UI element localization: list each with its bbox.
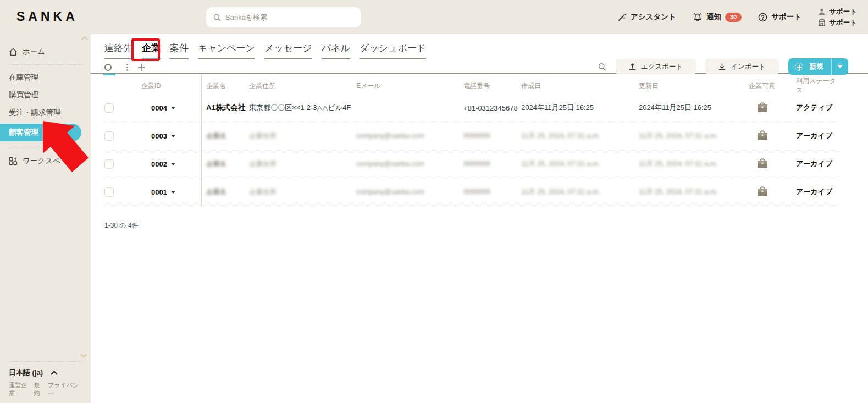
col-header-photo[interactable]: 企業写真 — [745, 79, 796, 91]
sidebar-nav: ホーム 在庫管理 購買管理 受注・請求管理 顧客管理 ワークスペ 日本語 (ja… — [0, 34, 91, 403]
language-selector[interactable]: 日本語 (ja) — [0, 366, 91, 380]
assistant-button[interactable]: アシスタント — [617, 12, 676, 22]
account-user-label: サポート — [829, 7, 857, 16]
sidebar-item-inventory[interactable]: 在庫管理 — [0, 69, 91, 86]
cell-company-id[interactable]: 0001 — [126, 188, 201, 196]
sidebar-item-orders-billing[interactable]: 受注・請求管理 — [0, 104, 91, 122]
search-input[interactable] — [225, 13, 353, 21]
account-org-row: サポート — [818, 18, 857, 27]
header-actions: アシスタント 通知 30 サポート — [617, 0, 857, 34]
sidebar-item-home[interactable]: ホーム — [0, 43, 91, 60]
row-checkbox[interactable] — [104, 187, 114, 197]
import-button[interactable]: インポート — [705, 59, 779, 74]
tab-companies[interactable]: 企業 — [142, 42, 161, 59]
view-tab-circle[interactable] — [104, 64, 117, 71]
link-privacy[interactable]: プライバシー — [48, 381, 82, 398]
col-header-status[interactable]: 利用ステータス — [796, 74, 838, 95]
col-header-updated[interactable]: 更新日 — [639, 79, 745, 91]
tab-deals[interactable]: 案件 — [170, 42, 189, 59]
cell-photo — [745, 186, 796, 197]
import-icon — [718, 63, 726, 70]
support-button[interactable]: サポート — [758, 12, 801, 22]
row-expand-caret-icon[interactable] — [171, 107, 175, 109]
col-header-company-name[interactable]: 企業名 — [201, 79, 249, 91]
export-label: エクスポート — [641, 62, 683, 71]
link-terms[interactable]: 規約 — [34, 381, 45, 398]
cell-updated: 2024年11月25日 16:25 — [639, 103, 745, 113]
col-header-company-id[interactable]: 企業ID — [126, 79, 201, 91]
cell-status: アクティブ — [796, 103, 838, 113]
header-checkbox-spacer — [104, 84, 126, 86]
sidebar-divider — [8, 361, 83, 362]
table-row: 0002 企業名 企業住所 company@sanka.com 9999999 … — [104, 150, 838, 178]
bell-icon — [693, 13, 703, 22]
col-header-phone[interactable]: 電話番号 — [463, 79, 521, 91]
sidebar-item-label: 受注・請求管理 — [9, 108, 61, 118]
cell-updated: 11月 25, 2024, 07:31 a.m. — [639, 187, 745, 197]
cell-phone: 9999999 — [463, 132, 521, 140]
row-expand-caret-icon[interactable] — [171, 191, 175, 194]
account-org-label: サポート — [829, 18, 857, 27]
cell-updated: 11月 25, 2024, 07:31 a.m. — [639, 131, 745, 141]
table-search-icon[interactable] — [598, 63, 606, 71]
cell-company-id[interactable]: 0004 — [126, 104, 201, 112]
row-checkbox[interactable] — [104, 103, 114, 113]
app-logo: SANKA — [16, 9, 78, 24]
cell-email: company@sanka.com — [356, 132, 463, 140]
notifications-button[interactable]: 通知 30 — [693, 12, 742, 22]
cell-company-id[interactable]: 0003 — [126, 132, 201, 140]
module-tabs: 連絡先 企業 案件 キャンペーン メッセージ パネル ダッシュボード — [104, 42, 426, 59]
cell-address: 企業住所 — [249, 159, 356, 169]
new-record-button[interactable]: 新規 — [788, 58, 848, 75]
organization-icon — [818, 19, 826, 26]
help-icon — [758, 13, 767, 22]
tab-panels[interactable]: パネル — [322, 42, 350, 59]
company-id-value: 0002 — [151, 160, 167, 168]
cell-created: 2024年11月25日 16:25 — [521, 103, 639, 113]
table-actions: エクスポート インポート 新規 — [598, 58, 848, 75]
cell-updated: 11月 25, 2024, 07:31 a.m. — [639, 159, 745, 169]
sidebar-item-purchasing[interactable]: 購買管理 — [0, 86, 91, 104]
cell-company-id[interactable]: 0002 — [126, 160, 201, 168]
tab-campaigns[interactable]: キャンペーン — [198, 42, 255, 59]
view-toolbar: エクスポート インポート 新規 — [91, 62, 868, 74]
cell-status: アーカイブ — [796, 131, 838, 141]
sidebar-item-label: 在庫管理 — [9, 73, 38, 82]
row-checkbox[interactable] — [104, 159, 114, 169]
sidebar-item-customers-active[interactable]: 顧客管理 — [0, 124, 81, 141]
import-label: インポート — [731, 62, 766, 71]
add-view-button[interactable] — [138, 64, 145, 71]
main-content: 連絡先 企業 案件 キャンペーン メッセージ パネル ダッシュボード — [91, 34, 868, 403]
new-record-dropdown[interactable] — [832, 58, 848, 75]
col-header-email[interactable]: Eメール — [356, 79, 463, 91]
export-icon — [629, 63, 636, 70]
tab-messages[interactable]: メッセージ — [264, 42, 312, 59]
cell-company-name[interactable]: A1株式会社 — [201, 103, 249, 113]
sidebar-divider — [8, 64, 83, 65]
assistant-label: アシスタント — [631, 12, 676, 22]
scroll-up-indicator[interactable] — [81, 36, 88, 40]
legal-links: 運営企業 規約 プライバシー — [0, 380, 91, 399]
chevron-up-icon — [51, 371, 58, 375]
briefcase-icon — [756, 102, 769, 113]
account-menu[interactable]: サポート サポート — [818, 7, 857, 27]
global-search[interactable] — [206, 7, 361, 27]
table-row: 0003 企業名 企業住所 company@sanka.com 9999999 … — [104, 122, 838, 150]
row-expand-caret-icon[interactable] — [171, 135, 175, 137]
sidebar-item-workspace[interactable]: ワークスペ — [0, 152, 91, 170]
cell-phone: 9999999 — [463, 188, 521, 196]
export-button[interactable]: エクスポート — [616, 59, 696, 74]
row-expand-caret-icon[interactable] — [171, 163, 175, 165]
tab-contacts[interactable]: 連絡先 — [104, 42, 132, 59]
briefcase-icon — [756, 158, 769, 169]
cell-address: 東京都〇〇区××1-2-3△△ビル4F — [249, 103, 356, 113]
row-checkbox[interactable] — [104, 131, 114, 141]
link-company[interactable]: 運営企業 — [9, 381, 31, 398]
cell-company-name: 企業名 — [201, 187, 249, 197]
col-header-created[interactable]: 作成日 — [521, 79, 639, 91]
user-icon — [818, 8, 826, 15]
tab-dashboard[interactable]: ダッシュボード — [360, 42, 426, 59]
cell-phone: +81-0312345678 — [463, 104, 521, 112]
view-options-menu[interactable] — [125, 63, 129, 72]
col-header-address[interactable]: 企業住所 — [249, 79, 356, 91]
